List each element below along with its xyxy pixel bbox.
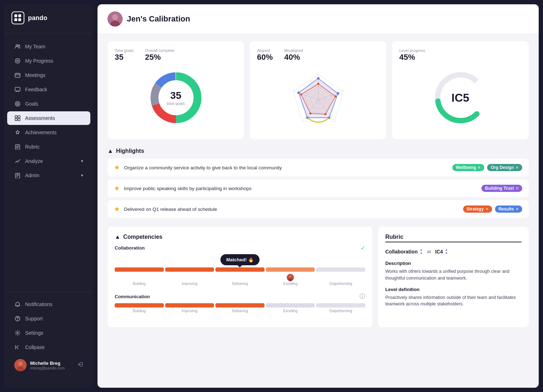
- sidebar-item-rubric[interactable]: Rubric: [7, 140, 90, 154]
- svg-point-6: [15, 59, 20, 63]
- sidebar-item-assessments[interactable]: Assessments: [7, 111, 90, 125]
- rubric-level-selector[interactable]: IC4 ▲ ▼: [435, 248, 448, 255]
- tag-building-trust[interactable]: Building Trust ✕: [481, 185, 522, 192]
- tag-building-trust-remove[interactable]: ✕: [515, 186, 519, 191]
- rubric-selector-row: Collaboration ▲ ▼ at IC4 ▲ ▼: [385, 248, 521, 255]
- tag-strategy-remove[interactable]: ✕: [485, 207, 489, 212]
- tag-strategy-label: Strategy: [467, 207, 484, 212]
- sidebar-item-my-progress[interactable]: My Progress: [7, 54, 90, 68]
- comm-seg-delivering: [215, 303, 265, 308]
- sidebar-label-collapse: Collpase: [25, 344, 44, 350]
- overall-complete-value: 25%: [145, 53, 175, 62]
- competency-arrow-up[interactable]: ▲: [420, 248, 423, 251]
- collaboration-avatar-marker: [286, 273, 295, 282]
- level-arrows: ▲ ▼: [445, 248, 448, 255]
- sidebar-label-my-progress: My Progress: [25, 58, 53, 64]
- page-header: Jen's Calibration: [97, 4, 539, 34]
- svg-rect-15: [15, 118, 17, 121]
- competencies-title: Competencies: [123, 234, 162, 240]
- competency-arrows: ▲ ▼: [420, 248, 423, 255]
- level-progress-group: Level progress 45%: [399, 48, 425, 62]
- svg-rect-8: [15, 73, 20, 77]
- tag-wellbeing[interactable]: Wellbeing ✕: [452, 164, 484, 171]
- sidebar-label-settings: Settings: [25, 330, 43, 336]
- highlight-item-0: ★ Organize a community service activity …: [108, 159, 529, 176]
- highlight-item-2: ★ Delivered on Q1 release ahead of sched…: [108, 200, 529, 218]
- communication-progress-bar: [115, 303, 365, 308]
- meetings-icon: [14, 72, 21, 78]
- svg-point-12: [17, 103, 18, 104]
- level-chart: IC5: [432, 69, 489, 126]
- label-building-0: Building: [115, 282, 164, 286]
- sidebar-item-admin[interactable]: Admin ▾: [7, 169, 90, 182]
- competency-collaboration: Collaboration ✓ Matched! 🔥: [115, 245, 365, 286]
- tag-org-design-remove[interactable]: ✕: [515, 165, 519, 170]
- collab-seg-excelling: [266, 267, 315, 272]
- tooltip-row: Matched! 🔥: [115, 254, 365, 267]
- label-improving-0: Improving: [165, 282, 214, 286]
- competencies-header[interactable]: ▲ Competencies: [115, 234, 365, 240]
- my-team-icon: [14, 43, 21, 50]
- sidebar-item-settings[interactable]: Settings: [7, 326, 90, 340]
- highlights-header[interactable]: ▲ Highlights: [108, 148, 529, 154]
- sidebar-label-assessments: Assessments: [25, 115, 55, 121]
- sidebar-item-notifications[interactable]: Notifications: [7, 297, 90, 311]
- highlight-text-1: Improve public speaking skills by partic…: [124, 186, 477, 191]
- star-icon-1: ★: [114, 184, 120, 192]
- sidebar-item-goals[interactable]: Goals: [7, 97, 90, 111]
- logout-icon[interactable]: [77, 362, 83, 369]
- logo-area: pando: [4, 11, 93, 33]
- tag-strategy[interactable]: Strategy ✕: [463, 205, 492, 213]
- sidebar-label-notifications: Notifications: [25, 301, 52, 307]
- competency-arrow-down[interactable]: ▼: [420, 252, 423, 255]
- label-excelling-1: Excelling: [266, 309, 315, 313]
- competency-communication-info: ⓘ: [359, 293, 365, 300]
- main-nav: My Team My Progress Meetings Feedback: [4, 33, 93, 292]
- sidebar-item-achievements[interactable]: Achievements: [7, 126, 90, 139]
- misaligned-value: 40%: [284, 53, 303, 62]
- tag-building-trust-label: Building Trust: [485, 186, 514, 191]
- tag-results[interactable]: Results ✕: [495, 205, 522, 213]
- competency-collaboration-check: ✓: [361, 245, 365, 251]
- collaboration-progress-bar: [115, 267, 365, 272]
- level-arrow-up[interactable]: ▲: [445, 248, 448, 251]
- svg-point-5: [18, 45, 20, 46]
- highlights-section: ▲ Highlights ★ Organize a community serv…: [108, 148, 529, 218]
- analyze-chevron: ▾: [81, 159, 83, 164]
- competencies-section: ▲ Competencies Collaboration ✓ Matched! …: [108, 227, 372, 327]
- sidebar-item-analyze[interactable]: Analyze ▾: [7, 154, 90, 168]
- sidebar-item-my-team[interactable]: My Team: [7, 40, 90, 53]
- total-goals-group: Total goals 35: [115, 48, 134, 62]
- sidebar-label-achievements: Achievements: [25, 130, 57, 135]
- rubric-at-text: at: [427, 249, 431, 254]
- sidebar-item-meetings[interactable]: Meetings: [7, 68, 90, 82]
- feedback-icon: [14, 86, 21, 93]
- competency-collaboration-name: Collaboration: [115, 245, 145, 251]
- svg-point-45: [317, 77, 319, 80]
- sidebar-label-meetings: Meetings: [25, 72, 46, 78]
- sidebar-label-my-team: My Team: [25, 44, 46, 49]
- sidebar-item-support[interactable]: Support: [7, 312, 90, 325]
- sidebar-item-feedback[interactable]: Feedback: [7, 83, 90, 96]
- goals-card-top: Total goals 35 Overall complete 25%: [115, 48, 237, 62]
- communication-labels: Building Improving Delivering Excelling …: [115, 309, 365, 313]
- sidebar-item-collapse[interactable]: Collpase: [7, 340, 90, 354]
- highlight-text-0: Organize a community service activity to…: [124, 165, 448, 170]
- goals-icon: [14, 101, 21, 107]
- tag-org-design[interactable]: Org Design ✕: [487, 164, 522, 171]
- level-arrow-down[interactable]: ▼: [445, 252, 448, 255]
- rubric-competency-selector[interactable]: Collaboration ▲ ▼: [385, 248, 423, 255]
- tag-wellbeing-remove[interactable]: ✕: [477, 165, 481, 170]
- tag-org-design-label: Org Design: [491, 165, 514, 170]
- level-card: Level progress 45% IC5: [392, 41, 529, 139]
- aligned-label: Aligned: [257, 48, 273, 53]
- svg-point-51: [334, 95, 337, 97]
- collaboration-labels: Building Improving Delivering Excelling …: [115, 282, 365, 286]
- assessments-icon: [14, 115, 21, 121]
- rubric-icon: [14, 144, 21, 150]
- tag-results-remove[interactable]: ✕: [515, 207, 519, 212]
- svg-point-52: [324, 113, 327, 115]
- alignment-card: Aligned 60% Misaligned 40%: [250, 41, 386, 139]
- sidebar-label-analyze: Analyze: [25, 158, 43, 164]
- svg-point-23: [18, 362, 23, 366]
